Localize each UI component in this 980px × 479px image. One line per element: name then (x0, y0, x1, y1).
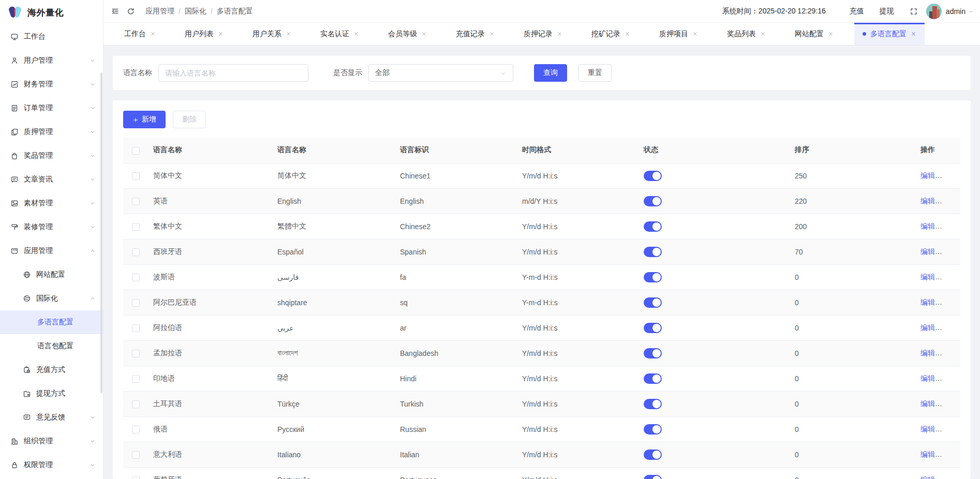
row-checkbox[interactable] (132, 299, 140, 307)
sidebar-item-prize-mgmt[interactable]: 奖品管理 (0, 144, 103, 168)
row-checkbox[interactable] (132, 426, 140, 433)
close-icon[interactable] (353, 31, 359, 37)
brand[interactable]: 海外量化 (0, 0, 103, 25)
sidebar-item-order-mgmt[interactable]: 订单管理 (0, 96, 103, 120)
search-button[interactable]: 查询 (534, 64, 567, 82)
edit-link[interactable]: 编辑 (920, 450, 935, 458)
row-checkbox[interactable] (132, 172, 140, 180)
delete-link[interactable]: 删除 (943, 374, 958, 382)
sidebar-item-workbench[interactable]: 工作台 (0, 25, 103, 49)
close-icon[interactable] (692, 31, 698, 37)
sidebar-item-org-mgmt[interactable]: 组织管理 (0, 429, 103, 453)
tab-prize-list[interactable]: 奖品列表 (719, 23, 774, 45)
status-toggle[interactable] (644, 247, 662, 257)
avatar[interactable] (926, 4, 942, 19)
row-checkbox[interactable] (132, 451, 140, 459)
delete-link[interactable]: 删除 (943, 298, 958, 306)
show-select[interactable]: 全部 (368, 64, 513, 82)
edit-link[interactable]: 编辑 (920, 273, 935, 281)
edit-link[interactable]: 编辑 (920, 298, 935, 306)
close-icon[interactable] (760, 31, 766, 37)
tab-member-level[interactable]: 会员等级 (380, 23, 435, 45)
delete-link[interactable]: 删除 (943, 197, 958, 205)
close-icon[interactable] (218, 31, 224, 37)
row-checkbox[interactable] (132, 274, 140, 281)
edit-link[interactable]: 编辑 (920, 475, 935, 479)
status-toggle[interactable] (644, 221, 662, 232)
delete-link[interactable]: 删除 (943, 475, 958, 479)
recharge-link[interactable]: 充值 (850, 7, 864, 16)
select-all-checkbox[interactable] (132, 147, 140, 155)
close-icon[interactable] (150, 31, 156, 37)
delete-link[interactable]: 删除 (943, 247, 958, 256)
reset-button[interactable]: 重置 (578, 64, 612, 82)
sidebar-item-withdraw-method[interactable]: 提现方式 (0, 382, 103, 406)
close-icon[interactable] (557, 31, 562, 37)
status-toggle[interactable] (644, 272, 662, 282)
status-toggle[interactable] (644, 450, 662, 460)
tab-user-list[interactable]: 用户列表 (176, 23, 232, 45)
status-toggle[interactable] (644, 297, 662, 308)
status-toggle[interactable] (644, 399, 662, 409)
row-checkbox[interactable] (132, 198, 140, 205)
sidebar-scrollbar[interactable] (100, 72, 102, 393)
delete-link[interactable]: 删除 (943, 349, 958, 357)
row-checkbox[interactable] (132, 375, 140, 383)
row-checkbox[interactable] (132, 400, 140, 408)
add-button[interactable]: 新增 (123, 111, 166, 128)
refresh-icon[interactable] (127, 7, 135, 16)
tab-realname-auth[interactable]: 实名认证 (312, 23, 367, 45)
delete-link[interactable]: 删除 (943, 323, 958, 332)
close-icon[interactable] (286, 31, 291, 37)
sidebar-item-finance-mgmt[interactable]: 财务管理 (0, 72, 103, 96)
sidebar-item-multilang-config[interactable]: 多语言配置 (0, 310, 103, 334)
row-checkbox[interactable] (132, 248, 140, 256)
sidebar-item-website-config[interactable]: 网站配置 (0, 263, 103, 287)
tab-user-relation[interactable]: 用户关系 (244, 23, 300, 45)
delete-link[interactable]: 删除 (943, 399, 958, 408)
edit-link[interactable]: 编辑 (920, 171, 935, 179)
tab-multilang-config[interactable]: 多语言配置 (854, 23, 925, 45)
tab-pledge-record[interactable]: 质押记录 (515, 23, 571, 45)
delete-link[interactable]: 删除 (943, 425, 958, 433)
sidebar-item-decoration-mgmt[interactable]: 装修管理 (0, 215, 103, 239)
close-icon[interactable] (828, 31, 834, 37)
status-toggle[interactable] (644, 424, 662, 435)
delete-link[interactable]: 删除 (943, 171, 958, 179)
delete-link[interactable]: 删除 (943, 450, 958, 458)
sidebar-item-recharge-method[interactable]: 充值方式 (0, 358, 103, 382)
edit-link[interactable]: 编辑 (920, 222, 935, 230)
sidebar-item-i18n[interactable]: 国际化 (0, 287, 103, 310)
sidebar-item-app-mgmt[interactable]: 应用管理 (0, 239, 103, 263)
edit-link[interactable]: 编辑 (920, 247, 935, 256)
close-icon[interactable] (911, 31, 916, 37)
breadcrumb-item[interactable]: 国际化 (185, 7, 206, 16)
edit-link[interactable]: 编辑 (920, 399, 935, 408)
delete-button[interactable]: 删除 (173, 111, 206, 128)
edit-link[interactable]: 编辑 (920, 323, 935, 332)
row-checkbox[interactable] (132, 350, 140, 357)
sidebar-item-permission-mgmt[interactable]: 权限管理 (0, 453, 103, 477)
edit-link[interactable]: 编辑 (920, 197, 935, 205)
delete-link[interactable]: 删除 (943, 222, 958, 230)
row-checkbox[interactable] (132, 324, 140, 332)
status-toggle[interactable] (644, 373, 662, 384)
close-icon[interactable] (489, 31, 495, 37)
breadcrumb-item[interactable]: 多语言配置 (217, 7, 253, 16)
status-toggle[interactable] (644, 171, 662, 181)
delete-link[interactable]: 删除 (943, 273, 958, 281)
withdraw-link[interactable]: 提现 (880, 7, 894, 16)
tab-workbench[interactable]: 工作台 (116, 23, 164, 45)
close-icon[interactable] (625, 31, 630, 37)
status-toggle[interactable] (644, 196, 662, 206)
tab-website-config[interactable]: 网站配置 (786, 23, 842, 45)
sidebar-item-pledge-mgmt[interactable]: 质押管理 (0, 120, 103, 144)
sidebar-item-article-news[interactable]: 文章资讯 (0, 168, 103, 191)
close-icon[interactable] (421, 31, 427, 37)
tab-pledge-project[interactable]: 质押项目 (651, 23, 706, 45)
menu-fold-icon[interactable] (111, 7, 120, 16)
language-name-input[interactable] (158, 64, 308, 82)
status-toggle[interactable] (644, 323, 662, 333)
edit-link[interactable]: 编辑 (920, 374, 935, 382)
tab-mining-record[interactable]: 挖矿记录 (583, 23, 639, 45)
